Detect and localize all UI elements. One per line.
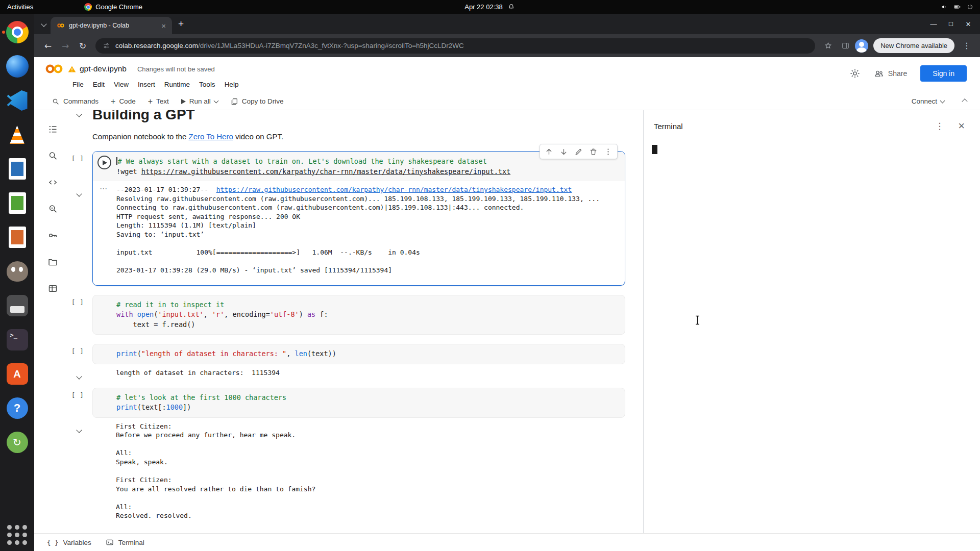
code-cell[interactable]: # read it in to inspect itwith open('inp… <box>92 295 625 335</box>
window-minimize-button[interactable]: — <box>927 17 940 31</box>
reload-button[interactable]: ↻ <box>75 38 90 54</box>
collapse-section-chevron-icon[interactable] <box>76 111 82 117</box>
run-cell-button[interactable] <box>97 156 111 169</box>
sign-in-button[interactable]: Sign in <box>920 65 967 82</box>
clock-area[interactable]: Apr 22 02:38 <box>464 3 515 11</box>
system-tray[interactable] <box>941 3 980 11</box>
find-replace-icon[interactable] <box>46 149 59 162</box>
code-cell[interactable]: print("length of dataset in characters: … <box>92 344 625 378</box>
connect-button[interactable]: Connect <box>906 95 949 107</box>
menu-file[interactable]: File <box>68 79 88 90</box>
terminal-close-icon[interactable]: × <box>958 120 965 132</box>
menu-help[interactable]: Help <box>220 79 243 90</box>
dock-item-vscode[interactable] <box>5 88 30 113</box>
collapse-output-chevron-icon[interactable] <box>77 371 81 381</box>
move-cell-up-button[interactable] <box>542 145 556 158</box>
output-options-icon[interactable]: ⋯ <box>100 184 107 193</box>
forward-button[interactable]: → <box>58 38 73 54</box>
cell-output: length of dataset in characters: 1115394 <box>92 364 625 379</box>
code-cell-focused[interactable]: # We always start with a dataset to trai… <box>92 151 625 286</box>
site-settings-icon[interactable] <box>103 42 110 49</box>
colab-logo[interactable] <box>44 63 64 74</box>
terminal-header: Terminal ⋮ × <box>644 110 980 137</box>
menu-view[interactable]: View <box>109 79 133 90</box>
terminal-footer-button[interactable]: Terminal <box>99 534 151 551</box>
url-text: colab.research.google.com/drive/1JMLa53H… <box>115 42 464 49</box>
notebook-scroll-area[interactable]: Building a GPT Companion notebook to the… <box>71 110 643 533</box>
window-maximize-button[interactable]: ☐ <box>944 17 958 31</box>
side-panel-icon[interactable] <box>838 38 853 54</box>
secrets-key-icon[interactable] <box>46 229 59 242</box>
code-cell[interactable]: # let's look at the first 1000 character… <box>92 388 625 522</box>
browser-menu-icon[interactable]: ⋮ <box>960 41 974 51</box>
dock-item-vlc[interactable] <box>5 122 30 147</box>
variable-inspector-icon[interactable] <box>46 202 59 215</box>
dock-item-software-updater[interactable] <box>5 430 30 455</box>
move-cell-down-button[interactable] <box>557 145 571 158</box>
browser-tab[interactable]: gpt-dev.ipynb - Colab × <box>51 17 172 34</box>
dock-item-help[interactable] <box>5 396 30 420</box>
menu-runtime[interactable]: Runtime <box>160 79 194 90</box>
edit-cell-button[interactable] <box>572 145 585 158</box>
cell-exec-indicator[interactable]: [ ] <box>71 155 84 162</box>
search-icon <box>52 97 60 106</box>
notebook-footer: { } Variables Terminal <box>34 533 980 551</box>
files-folder-icon[interactable] <box>46 255 59 268</box>
menu-tools[interactable]: Tools <box>194 79 220 90</box>
terminal-screen[interactable] <box>644 137 980 533</box>
profile-avatar[interactable] <box>855 39 868 53</box>
cell-exec-indicator[interactable]: [ ] <box>71 299 84 306</box>
files-icon <box>7 295 28 316</box>
address-bar[interactable]: colab.research.google.com/drive/1JMLa53H… <box>95 38 815 54</box>
dock-item-libreoffice-impress[interactable] <box>5 225 30 249</box>
copy-to-drive-button[interactable]: Copy to Drive <box>225 95 289 108</box>
activities-button[interactable]: Activities <box>0 3 40 11</box>
add-code-button[interactable]: + Code <box>106 95 141 108</box>
dock-item-libreoffice-calc[interactable] <box>5 191 30 215</box>
cell-more-button[interactable] <box>601 145 615 158</box>
tab-search-chevron-icon[interactable] <box>37 17 51 31</box>
dock-item-files[interactable] <box>5 293 30 318</box>
delete-cell-button[interactable] <box>586 145 600 158</box>
terminal-more-icon[interactable]: ⋮ <box>935 121 944 131</box>
cell-toolbar <box>540 144 618 159</box>
collapse-output-chevron-icon[interactable] <box>77 189 81 198</box>
share-button[interactable]: Share <box>869 65 912 82</box>
collapse-output-chevron-icon[interactable] <box>77 425 81 434</box>
code-editor[interactable]: # read it in to inspect itwith open('inp… <box>92 295 625 335</box>
menu-edit[interactable]: Edit <box>88 79 109 90</box>
table-of-contents-icon[interactable] <box>46 122 59 136</box>
data-table-icon[interactable] <box>46 282 59 295</box>
window-close-button[interactable]: ✕ <box>962 17 975 31</box>
dock-item-libreoffice-writer[interactable] <box>5 157 30 181</box>
battery-icon <box>953 3 961 11</box>
code-snippets-icon[interactable] <box>46 176 59 189</box>
volume-icon <box>941 3 948 11</box>
dock-item-terminal[interactable] <box>5 328 30 352</box>
app-grid-button[interactable] <box>7 525 27 545</box>
dock-item-ubuntu-software[interactable] <box>5 362 30 386</box>
colab-favicon <box>57 21 65 30</box>
run-all-button[interactable]: Run all <box>176 95 223 107</box>
menu-insert[interactable]: Insert <box>133 79 160 90</box>
cell-exec-indicator[interactable]: [ ] <box>71 392 84 399</box>
add-text-button[interactable]: + Text <box>143 95 174 108</box>
zero-to-hero-link[interactable]: Zero To Hero <box>188 132 233 141</box>
dock-item-gimp[interactable] <box>5 259 30 284</box>
dock-item-chrome[interactable] <box>5 20 30 44</box>
back-button[interactable]: ← <box>40 38 56 54</box>
dock-item-firefox[interactable] <box>5 54 30 79</box>
bookmark-star-icon[interactable] <box>820 38 836 54</box>
collapse-toolbar-chevron-icon[interactable] <box>962 98 967 104</box>
notebook-filename[interactable]: gpt-dev.ipynb <box>80 64 127 73</box>
code-editor[interactable]: print("length of dataset in characters: … <box>92 344 625 364</box>
chrome-update-button[interactable]: New Chrome available <box>873 38 954 53</box>
code-editor[interactable]: # let's look at the first 1000 character… <box>92 388 625 418</box>
new-tab-button[interactable]: + <box>172 18 190 30</box>
variables-footer-button[interactable]: { } Variables <box>40 534 98 551</box>
plus-icon: + <box>111 97 115 106</box>
settings-gear-icon[interactable] <box>849 68 861 79</box>
tab-close-icon[interactable]: × <box>159 21 168 30</box>
commands-button[interactable]: Commands <box>46 95 104 108</box>
cell-exec-indicator[interactable]: [ ] <box>71 348 84 355</box>
